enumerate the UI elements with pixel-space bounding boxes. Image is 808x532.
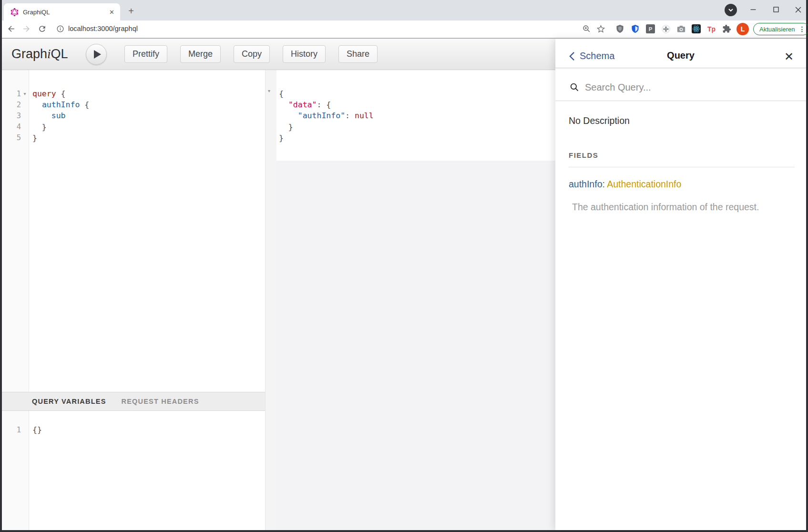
line-number: 4	[2, 123, 21, 131]
tab-query-variables[interactable]: QUERY VARIABLES	[32, 398, 106, 405]
doc-explorer-header: Schema Query ✕	[555, 39, 806, 68]
code-line[interactable]: "data": {	[279, 99, 555, 110]
ublock-shield-icon[interactable]	[615, 24, 625, 34]
toolbar-button-group: PrettifyMergeCopyHistoryShare	[124, 45, 378, 63]
bookmark-star-icon[interactable]	[596, 24, 605, 33]
back-icon[interactable]	[7, 24, 16, 33]
line-number: 2	[2, 101, 21, 109]
graphiql-app: GraphiQL PrettifyMergeCopyHistoryShare 1…	[2, 39, 806, 530]
code-line[interactable]: "authInfo": null	[279, 110, 555, 121]
tab-request-headers[interactable]: REQUEST HEADERS	[122, 398, 199, 405]
editor-pane: 1▾query {2 authInfo {3 sub4 }5} QUERY VA…	[2, 70, 265, 530]
fold-toggle-icon[interactable]: ▾	[268, 88, 270, 93]
line-number: 1	[2, 426, 21, 434]
fields-heading: FIELDS	[569, 151, 795, 159]
doc-explorer: Schema Query ✕ Search Query... No Descri…	[555, 39, 806, 530]
new-tab-button[interactable]: +	[125, 5, 137, 17]
url-bar: localhost:3000/graphql P	[2, 20, 806, 38]
browser-menu-icon[interactable]: ⋮	[798, 25, 805, 33]
maximize-button[interactable]	[766, 1, 787, 18]
zoom-indicator-icon[interactable]	[582, 24, 591, 33]
camera-icon[interactable]	[676, 24, 686, 34]
fold-toggle-icon[interactable]: ▾	[21, 91, 29, 96]
type-description: No Description	[569, 115, 795, 126]
variables-editor[interactable]: 1{}	[2, 411, 265, 530]
line-number: 5	[2, 133, 21, 142]
profile-avatar[interactable]: L	[736, 23, 749, 35]
minimize-button[interactable]	[743, 1, 764, 18]
doc-body: No Description FIELDS authInfo: Authenti…	[555, 115, 806, 213]
search-icon	[570, 82, 579, 92]
divider	[569, 167, 795, 167]
doc-close-icon[interactable]: ✕	[784, 50, 794, 63]
forward-icon[interactable]	[22, 24, 31, 33]
search-placeholder: Search Query...	[585, 82, 651, 93]
p-badge-icon[interactable]: P	[645, 24, 655, 34]
result-pane: { "data": { "authInfo": null }}	[276, 70, 555, 530]
code-line[interactable]: }	[279, 122, 555, 133]
graphiql-toolbar: GraphiQL PrettifyMergeCopyHistoryShare	[2, 39, 555, 70]
field-item[interactable]: authInfo: AuthenticationInfo	[569, 179, 795, 190]
toolbar-button-share[interactable]: Share	[338, 45, 378, 63]
extensions-puzzle-icon[interactable]	[722, 24, 732, 34]
execute-query-button[interactable]	[86, 44, 107, 65]
chevron-down-circle-icon[interactable]	[725, 4, 737, 16]
field-name-link[interactable]: authInfo	[569, 179, 602, 189]
code-line[interactable]: 4 }	[2, 122, 265, 133]
update-label: Aktualisieren	[759, 26, 795, 33]
tab-close-icon[interactable]: ✕	[109, 9, 114, 16]
browser-window: GraphiQL ✕ + localhost:3000/graphql	[0, 0, 808, 532]
query-code[interactable]: 1▾query {2 authInfo {3 sub4 }5}	[2, 70, 265, 143]
query-editor[interactable]: 1▾query {2 authInfo {3 sub4 }5}	[2, 70, 265, 392]
doc-title: Query	[555, 50, 806, 61]
search-input[interactable]: Search Query...	[555, 68, 806, 101]
pane-divider[interactable]: ▾	[265, 70, 276, 530]
code-line[interactable]: {	[279, 88, 555, 99]
react-devtools-icon[interactable]	[691, 24, 701, 34]
code-line[interactable]: 2 authInfo {	[2, 99, 265, 110]
reload-icon[interactable]	[38, 24, 47, 33]
play-icon	[94, 50, 101, 59]
graphiql-logo: GraphiQL	[11, 47, 68, 61]
toolbar-button-merge[interactable]: Merge	[180, 45, 221, 63]
toolbar-button-prettify[interactable]: Prettify	[124, 45, 167, 63]
code-line[interactable]: 5}	[2, 133, 265, 143]
tab-strip: GraphiQL ✕ +	[2, 0, 806, 20]
variables-code[interactable]: 1{}	[2, 411, 265, 435]
line-number: 3	[2, 112, 21, 120]
svg-text:P: P	[649, 26, 653, 32]
code-line[interactable]: 1{}	[2, 424, 265, 435]
toolbar-button-copy[interactable]: Copy	[234, 45, 270, 63]
move-circle-icon[interactable]	[661, 24, 671, 34]
code-line[interactable]: }	[279, 133, 555, 143]
tp-badge-icon[interactable]: Tp	[706, 24, 716, 34]
type-name-link[interactable]: AuthenticationInfo	[607, 179, 681, 189]
address-input[interactable]: localhost:3000/graphql	[68, 25, 138, 32]
line-number: 1	[2, 90, 21, 98]
graphql-favicon-icon	[10, 8, 19, 16]
close-window-button[interactable]	[788, 1, 808, 18]
bitwarden-shield-icon[interactable]	[630, 24, 640, 34]
toolbar-button-history[interactable]: History	[283, 45, 326, 63]
tab-title: GraphiQL	[23, 9, 109, 16]
code-line[interactable]: 3 sub	[2, 110, 265, 121]
extension-row: P Tp	[615, 24, 732, 34]
secondary-editor-tabs: QUERY VARIABLES REQUEST HEADERS	[2, 392, 265, 411]
code-line[interactable]: 1▾query {	[2, 88, 265, 99]
response-viewer: { "data": { "authInfo": null }}	[276, 70, 555, 161]
site-info-icon[interactable]	[56, 25, 64, 33]
field-description: The authentication information of the re…	[569, 202, 795, 213]
browser-tab[interactable]: GraphiQL ✕	[4, 3, 120, 20]
update-browser-button[interactable]: Aktualisieren ⋮	[753, 23, 808, 35]
